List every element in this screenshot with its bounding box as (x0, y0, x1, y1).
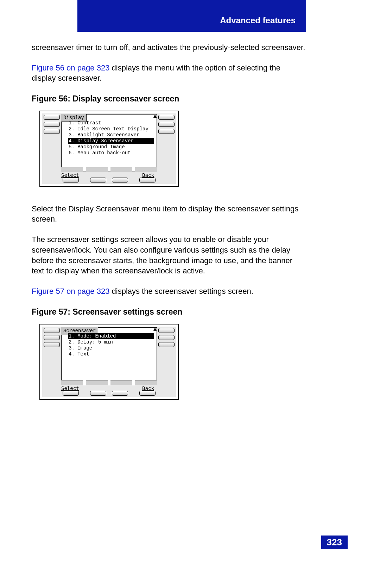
figure-57-menu: 1. Mode: Enabled 2. Delay: 5 min 3. Imag… (68, 333, 154, 357)
paragraph-intro: screensaver timer to turn off, and activ… (32, 42, 306, 53)
hardkey-icon (44, 115, 60, 120)
page: Advanced features screensaver timer to t… (0, 0, 380, 588)
figure-57-frame: Screensaver 1. Mode: Enabled 2. Delay: 5… (39, 324, 179, 400)
menu-item: 5. Background Image (68, 144, 154, 150)
figure-56-menu: 1. Contrast 2. Idle Screen Text Display … (68, 120, 154, 156)
scroll-up-icon (153, 114, 157, 118)
softkey-select: Select (61, 385, 79, 390)
figure-57-lcd: Screensaver 1. Mode: Enabled 2. Delay: 5… (42, 327, 176, 397)
hardkey-icon (139, 178, 156, 182)
menu-item: 2. Idle Screen Text Display (68, 126, 154, 132)
hardkey-icon (90, 391, 106, 396)
hardkey-icon (158, 328, 175, 333)
softkey-back: Back (139, 172, 157, 177)
figure-57-softkeys: Select Back (61, 385, 157, 390)
hardkey-icon (139, 391, 156, 396)
paragraph-select-item: Select the Display Screensaver menu item… (32, 204, 306, 224)
softkey-select: Select (61, 172, 79, 177)
content: screensaver timer to turn off, and activ… (32, 42, 306, 416)
link-figure-57[interactable]: Figure 57 on page 323 (32, 287, 109, 296)
link-figure-56[interactable]: Figure 56 on page 323 (32, 63, 109, 72)
menu-item: 2. Delay: 5 min (68, 339, 154, 345)
menu-item: 4. Text (68, 351, 154, 357)
hardkey-icon (90, 178, 106, 182)
figure-56-screen: Display 1. Contrast 2. Idle Screen Text … (61, 114, 157, 172)
paragraph-figref-57-rest: displays the screensaver settings screen… (109, 287, 253, 296)
hardkey-icon (63, 391, 79, 396)
menu-item: 3. Image (68, 345, 154, 351)
hardkey-icon (158, 115, 175, 120)
hardkey-icon (44, 122, 60, 127)
header-title: Advanced features (220, 16, 296, 25)
softkey-back: Back (139, 385, 157, 390)
figure-56-softkeys: Select Back (61, 172, 157, 177)
hardkey-icon (63, 178, 79, 182)
softkey-shade (61, 380, 157, 385)
paragraph-settings-desc: The screensaver settings screen allows y… (32, 234, 306, 276)
hardkey-icon (112, 178, 128, 182)
hardkey-icon (158, 342, 175, 347)
paragraph-figref-57: Figure 57 on page 323 displays the scree… (32, 286, 306, 297)
menu-item: 3. Backlight Screensaver (68, 132, 154, 138)
menu-item-selected: 1. Mode: Enabled (68, 333, 154, 339)
paragraph-figref-56: Figure 56 on page 323 displays the menu … (32, 63, 306, 83)
hardkey-icon (158, 122, 175, 127)
figure-56-frame: Display 1. Contrast 2. Idle Screen Text … (39, 111, 179, 187)
hardkey-icon (44, 335, 60, 340)
hardkey-icon (158, 335, 175, 340)
hardkey-icon (158, 129, 175, 134)
figure-57-screen: Screensaver 1. Mode: Enabled 2. Delay: 5… (61, 327, 157, 385)
page-number: 323 (321, 536, 348, 549)
menu-item-selected: 4. Display Screensaver (68, 138, 154, 144)
figure-56-lcd: Display 1. Contrast 2. Idle Screen Text … (42, 113, 176, 184)
menu-item: 6. Menu auto back-out (68, 150, 154, 156)
hardkey-icon (44, 129, 60, 134)
menu-item: 1. Contrast (68, 120, 154, 126)
figure-57-caption: Figure 57: Screensaver settings screen (32, 307, 306, 317)
hardkey-icon (44, 342, 60, 347)
scroll-up-icon (153, 328, 157, 331)
softkey-shade (61, 167, 157, 172)
figure-56-caption: Figure 56: Display screensaver screen (32, 93, 306, 104)
hardkey-icon (44, 328, 60, 333)
header-bar: Advanced features (77, 0, 306, 32)
hardkey-icon (112, 391, 128, 396)
